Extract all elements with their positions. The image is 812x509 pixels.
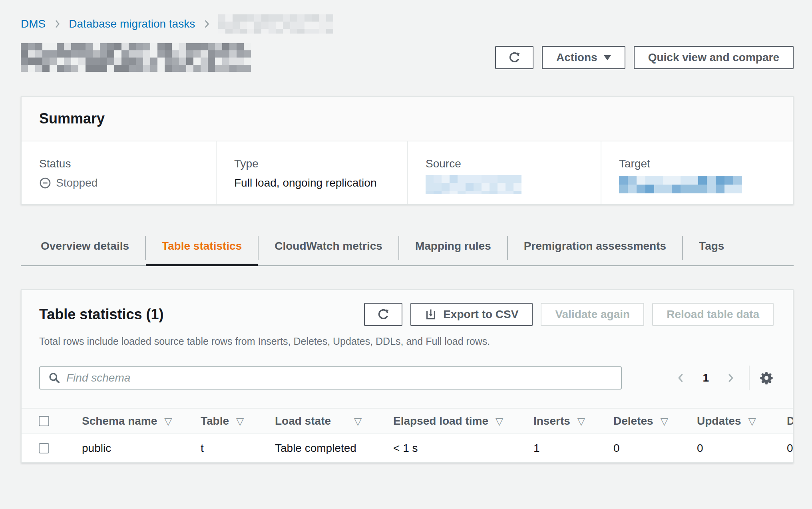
- actions-button[interactable]: Actions: [542, 46, 625, 69]
- column-header-load-state[interactable]: Load state ▽: [259, 415, 377, 427]
- schema-search-input[interactable]: [66, 372, 613, 384]
- summary-field-type: Type Full load, ongoing replication: [216, 141, 407, 204]
- validate-again-button[interactable]: Validate again: [541, 303, 644, 326]
- caret-down-icon: [604, 55, 611, 60]
- chevron-right-icon: [201, 19, 212, 29]
- column-header-inserts[interactable]: Inserts ▽: [517, 415, 597, 427]
- cell-deletes: 0: [597, 442, 681, 455]
- cell-ddls: 0: [771, 442, 793, 455]
- cell-updates: 0: [681, 442, 771, 455]
- sort-triangle-icon: ▽: [577, 416, 585, 427]
- sort-triangle-icon: ▽: [748, 416, 756, 427]
- summary-title: Summary: [39, 110, 105, 127]
- column-header-deletes[interactable]: Deletes ▽: [597, 415, 681, 427]
- type-label: Type: [234, 157, 407, 170]
- breadcrumb: DMS Database migration tasks: [21, 0, 794, 34]
- type-value: Full load, ongoing replication: [234, 177, 407, 189]
- reload-table-data-button[interactable]: Reload table data: [652, 303, 774, 326]
- column-header-schema-name[interactable]: Schema name ▽: [66, 415, 185, 427]
- quick-view-compare-label: Quick view and compare: [648, 51, 779, 64]
- refresh-button[interactable]: [495, 46, 533, 69]
- current-page-number[interactable]: 1: [692, 372, 719, 384]
- page-title-redacted: [21, 43, 254, 72]
- breadcrumb-current-redacted: [218, 14, 339, 34]
- table-refresh-button[interactable]: [364, 303, 402, 326]
- table-statistics-card: Table statistics (1): [21, 289, 794, 463]
- gear-icon: [759, 371, 774, 385]
- tab-cloudwatch-metrics[interactable]: CloudWatch metrics: [259, 233, 398, 266]
- target-value-redacted: [619, 176, 745, 193]
- column-header-ddls[interactable]: DDLs ▽: [771, 415, 793, 427]
- sort-triangle-icon: ▽: [236, 416, 244, 427]
- select-all-cell: [22, 416, 66, 426]
- page-header: Actions Quick view and compare: [21, 43, 794, 72]
- table-toolbar: 1: [39, 366, 774, 390]
- source-label: Source: [426, 157, 601, 170]
- row-checkbox[interactable]: [39, 443, 49, 453]
- reload-table-data-label: Reload table data: [667, 308, 759, 321]
- column-header-elapsed-load-time[interactable]: Elapsed load time ▽: [377, 415, 517, 427]
- tab-premigration-assessments[interactable]: Premigration assessments: [508, 233, 682, 266]
- column-label: Inserts: [533, 415, 570, 427]
- table-statistics-title: Table statistics (1): [39, 306, 163, 323]
- refresh-icon: [376, 308, 390, 321]
- schema-search-box[interactable]: [39, 366, 622, 390]
- column-label: Deletes: [613, 415, 653, 427]
- breadcrumb-link-dms[interactable]: DMS: [21, 18, 46, 30]
- select-all-checkbox[interactable]: [39, 416, 49, 426]
- breadcrumb-link-tasks[interactable]: Database migration tasks: [69, 18, 195, 30]
- sort-triangle-icon: ▽: [164, 416, 172, 427]
- column-label: Updates: [697, 415, 741, 427]
- refresh-icon: [508, 51, 521, 64]
- export-to-csv-label: Export to CSV: [443, 308, 518, 321]
- table-statistics-actions: Export to CSV Validate again Reload tabl…: [364, 303, 774, 326]
- quick-view-compare-button[interactable]: Quick view and compare: [634, 46, 794, 69]
- cell-schema-name: public: [66, 442, 185, 455]
- summary-field-target: Target: [601, 141, 793, 204]
- cell-load-state: Table completed: [259, 442, 377, 455]
- column-label: DDLs: [787, 415, 793, 427]
- table-scroll-area[interactable]: Schema name ▽ Table ▽ Load state ▽ Ela: [22, 408, 793, 462]
- column-label: Schema name: [82, 415, 157, 427]
- summary-field-status: Status Stopped: [22, 141, 216, 204]
- sort-triangle-icon: ▽: [661, 416, 668, 427]
- column-label: Load state: [275, 415, 331, 427]
- previous-page-button[interactable]: [670, 372, 692, 384]
- row-select-cell: [22, 443, 66, 453]
- summary-card-body: Status Stopped Type Full load, ongoing r…: [22, 141, 793, 204]
- column-header-updates[interactable]: Updates ▽: [681, 415, 771, 427]
- column-label: Table: [201, 415, 229, 427]
- preferences-button[interactable]: [759, 371, 774, 385]
- pagination-divider: [749, 366, 750, 390]
- next-page-button[interactable]: [719, 372, 742, 384]
- export-to-csv-button[interactable]: Export to CSV: [410, 303, 533, 326]
- status-value: Stopped: [56, 177, 98, 189]
- validate-again-label: Validate again: [555, 308, 630, 321]
- dms-task-page: DMS Database migration tasks: [0, 0, 812, 509]
- tab-mapping-rules[interactable]: Mapping rules: [399, 233, 507, 266]
- sort-triangle-icon: ▽: [354, 416, 362, 427]
- table-header-row: Schema name ▽ Table ▽ Load state ▽ Ela: [22, 408, 793, 434]
- download-icon: [425, 308, 437, 320]
- table-statistics-table: Schema name ▽ Table ▽ Load state ▽ Ela: [22, 408, 793, 462]
- summary-card-header: Summary: [22, 97, 793, 141]
- cell-inserts: 1: [517, 442, 597, 455]
- cell-table: t: [185, 442, 259, 455]
- source-value-redacted: [426, 175, 521, 194]
- chevron-right-icon: [52, 19, 62, 29]
- circle-minus-icon: [39, 177, 51, 189]
- status-label: Status: [39, 157, 216, 170]
- pagination: 1: [670, 366, 774, 390]
- actions-button-label: Actions: [556, 51, 597, 64]
- column-header-table[interactable]: Table ▽: [185, 415, 259, 427]
- target-label: Target: [619, 157, 793, 170]
- tab-tags[interactable]: Tags: [683, 233, 740, 266]
- search-icon: [48, 372, 61, 384]
- summary-field-source: Source: [407, 141, 601, 204]
- header-actions: Actions Quick view and compare: [495, 46, 794, 69]
- tab-overview-details[interactable]: Overview details: [25, 233, 145, 266]
- tab-table-statistics[interactable]: Table statistics: [146, 233, 258, 266]
- table-row[interactable]: public t Table completed < 1 s 1 0 0 0: [22, 434, 793, 462]
- summary-card: Summary Status Stopped Type: [21, 96, 794, 205]
- table-statistics-description: Total rows include loaded source table r…: [39, 336, 774, 347]
